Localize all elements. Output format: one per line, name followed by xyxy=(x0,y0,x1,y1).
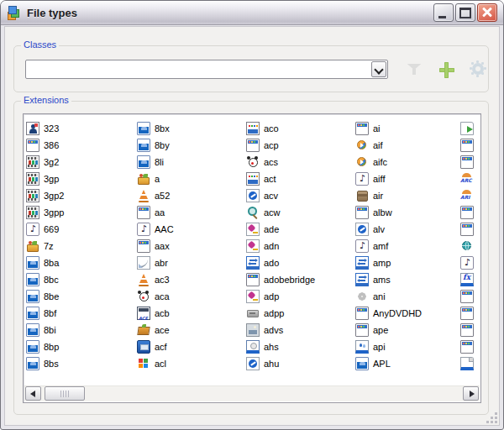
extension-item[interactable]: 669 xyxy=(26,221,137,238)
extension-item[interactable] xyxy=(460,355,481,372)
combo-dropdown-button[interactable] xyxy=(371,61,386,77)
extension-item[interactable]: amf xyxy=(355,238,466,254)
extension-item[interactable]: 3gpp xyxy=(26,204,137,221)
extension-item[interactable] xyxy=(460,338,481,355)
extension-item[interactable]: amp xyxy=(355,254,466,271)
extension-item[interactable]: acs xyxy=(246,154,357,170)
extension-item[interactable]: ado xyxy=(246,254,357,271)
extension-item[interactable]: ai xyxy=(355,120,466,137)
extension-item[interactable]: 8bf xyxy=(26,305,137,322)
extension-item[interactable]: a52 xyxy=(137,187,248,204)
app-window-icon xyxy=(460,340,474,354)
extension-item[interactable] xyxy=(460,271,481,288)
extension-item[interactable]: 386 xyxy=(26,137,137,154)
add-button[interactable] xyxy=(436,59,458,81)
extension-item[interactable]: advs xyxy=(246,322,357,338)
extension-item[interactable]: 3g2 xyxy=(26,154,137,170)
extension-item[interactable]: adn xyxy=(246,238,357,254)
extension-item[interactable] xyxy=(460,221,481,238)
resize-grip[interactable] xyxy=(487,413,497,423)
extension-item[interactable]: 8li xyxy=(137,154,248,170)
extension-item[interactable] xyxy=(460,322,481,338)
extension-item[interactable] xyxy=(460,154,481,170)
extension-item[interactable]: 7z xyxy=(26,238,137,254)
scroll-left-button[interactable] xyxy=(25,386,41,401)
extension-label: 8bi xyxy=(44,325,56,335)
extension-item[interactable]: acw xyxy=(246,204,357,221)
extension-item[interactable]: act xyxy=(246,170,357,187)
extension-item[interactable]: acv xyxy=(246,187,357,204)
classes-combobox[interactable] xyxy=(25,60,388,79)
extension-item[interactable]: 8bx xyxy=(137,120,248,137)
extension-item[interactable]: aif xyxy=(355,137,466,154)
horizontal-scrollbar[interactable] xyxy=(24,385,480,401)
extension-label: a xyxy=(155,174,160,184)
extension-item[interactable]: ani xyxy=(355,288,466,305)
extension-item[interactable]: 8bp xyxy=(26,338,137,355)
extension-item[interactable]: adobebridge xyxy=(246,271,357,288)
extension-item[interactable]: acp xyxy=(246,137,357,154)
extension-item[interactable] xyxy=(460,254,481,271)
filter-button[interactable] xyxy=(403,59,425,81)
access-key-icon xyxy=(246,290,260,303)
titlebar[interactable]: File types xyxy=(1,1,503,25)
extension-item[interactable]: acb xyxy=(137,305,248,322)
extension-label: ahu xyxy=(264,359,279,369)
extension-item[interactable]: air xyxy=(355,187,466,204)
extension-item[interactable] xyxy=(460,305,481,322)
extension-item[interactable]: ape xyxy=(355,322,466,338)
extension-item[interactable] xyxy=(460,204,481,221)
extension-item[interactable]: adpp xyxy=(246,305,357,322)
extension-item[interactable]: ahu xyxy=(246,355,357,372)
extension-item[interactable]: ade xyxy=(246,221,357,238)
scroll-right-button[interactable] xyxy=(463,386,479,401)
extension-item[interactable]: 8bi xyxy=(26,322,137,338)
extension-item[interactable]: 8ba xyxy=(26,254,137,271)
extensions-listview[interactable]: 3233863g23gp3gp23gpp6697z8ba8bc8be8bf8bi… xyxy=(23,113,481,403)
extension-item[interactable]: AnyDVDHD xyxy=(355,305,466,322)
app-window-icon xyxy=(460,139,474,152)
scrollbar-thumb[interactable] xyxy=(45,386,85,401)
extension-item[interactable]: aax xyxy=(137,238,248,254)
extension-item[interactable]: api xyxy=(355,338,466,355)
maximize-button[interactable] xyxy=(455,3,475,22)
extension-item[interactable]: abr xyxy=(137,254,248,271)
classes-group-label: Classes xyxy=(21,39,59,50)
extension-item[interactable]: 8bc xyxy=(26,271,137,288)
extension-item[interactable]: 323 xyxy=(26,120,137,137)
extension-item[interactable]: aiff xyxy=(355,170,466,187)
extension-item[interactable]: 3gp xyxy=(26,170,137,187)
extension-item[interactable] xyxy=(460,187,481,204)
extension-item[interactable] xyxy=(460,120,481,137)
extension-item[interactable] xyxy=(460,137,481,154)
settings-button[interactable] xyxy=(468,59,490,81)
extension-label: aca xyxy=(155,291,170,302)
extension-label: 3gp2 xyxy=(44,191,64,201)
close-button[interactable] xyxy=(477,3,497,22)
extension-item[interactable]: 8by xyxy=(137,137,248,154)
extension-item[interactable]: 3gp2 xyxy=(26,187,137,204)
extension-item[interactable]: adp xyxy=(246,288,357,305)
extension-item[interactable]: acf xyxy=(137,338,248,355)
extension-item[interactable]: alv xyxy=(355,221,466,238)
extension-item[interactable]: 8bs xyxy=(26,355,137,372)
extension-item[interactable]: acl xyxy=(137,355,248,372)
extension-item[interactable] xyxy=(460,170,481,187)
extension-item[interactable]: AAC xyxy=(137,221,248,238)
extension-item[interactable]: ahs xyxy=(246,338,357,355)
extension-item[interactable]: a xyxy=(137,170,248,187)
extension-item[interactable]: ams xyxy=(355,271,466,288)
extension-item[interactable] xyxy=(460,238,481,254)
extension-item[interactable]: ac3 xyxy=(137,271,248,288)
extension-item[interactable]: aa xyxy=(137,204,248,221)
extension-item[interactable]: APL xyxy=(355,355,466,372)
extension-item[interactable] xyxy=(460,288,481,305)
minimize-button[interactable] xyxy=(433,3,454,22)
classes-combo-input[interactable] xyxy=(29,62,369,76)
extension-item[interactable]: albw xyxy=(355,204,466,221)
extension-item[interactable]: aca xyxy=(137,288,248,305)
extension-item[interactable]: aifc xyxy=(355,154,466,170)
extension-item[interactable]: aco xyxy=(246,120,357,137)
extension-item[interactable]: ace xyxy=(137,322,248,338)
extension-item[interactable]: 8be xyxy=(26,288,137,305)
